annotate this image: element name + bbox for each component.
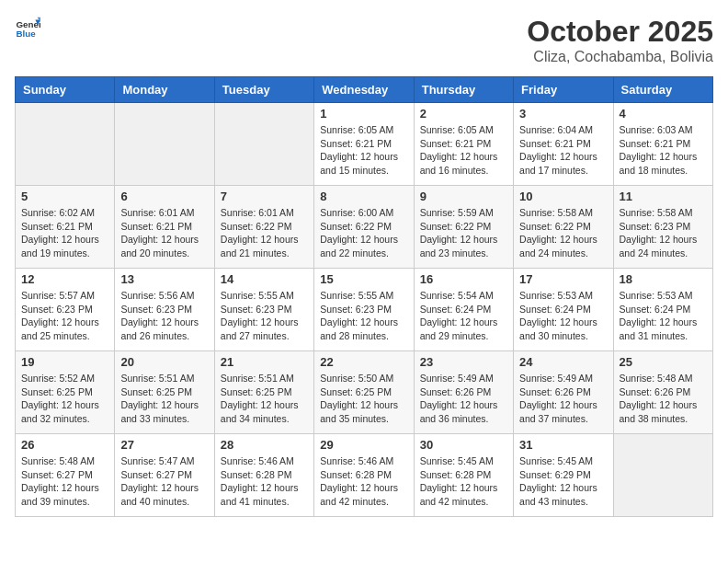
day-number: 30	[420, 438, 507, 452]
calendar-day-cell: 20Sunrise: 5:51 AMSunset: 6:25 PMDayligh…	[115, 351, 214, 434]
day-info: Sunrise: 6:01 AMSunset: 6:22 PMDaylight:…	[221, 206, 308, 260]
day-number: 3	[519, 107, 607, 121]
calendar-day-cell: 5Sunrise: 6:02 AMSunset: 6:21 PMDaylight…	[16, 186, 115, 269]
day-info: Sunrise: 6:00 AMSunset: 6:22 PMDaylight:…	[320, 206, 407, 260]
day-info: Sunrise: 5:59 AMSunset: 6:22 PMDaylight:…	[420, 206, 507, 260]
calendar-day-cell: 2Sunrise: 6:05 AMSunset: 6:21 PMDaylight…	[414, 103, 513, 186]
calendar-day-cell: 10Sunrise: 5:58 AMSunset: 6:22 PMDayligh…	[514, 186, 613, 269]
calendar-week-row: 19Sunrise: 5:52 AMSunset: 6:25 PMDayligh…	[16, 351, 713, 434]
calendar-day-cell: 31Sunrise: 5:45 AMSunset: 6:29 PMDayligh…	[514, 434, 613, 517]
day-info: Sunrise: 6:02 AMSunset: 6:21 PMDaylight:…	[21, 206, 108, 260]
day-info: Sunrise: 5:56 AMSunset: 6:23 PMDaylight:…	[120, 289, 208, 343]
day-number: 15	[320, 272, 407, 286]
weekday-header-friday: Friday	[514, 77, 613, 103]
weekday-header-saturday: Saturday	[613, 77, 712, 103]
day-info: Sunrise: 5:51 AMSunset: 6:25 PMDaylight:…	[221, 372, 308, 426]
calendar-day-cell: 28Sunrise: 5:46 AMSunset: 6:28 PMDayligh…	[214, 434, 313, 517]
day-info: Sunrise: 5:45 AMSunset: 6:28 PMDaylight:…	[420, 454, 507, 509]
weekday-header-thursday: Thursday	[414, 77, 513, 103]
empty-cell	[613, 434, 712, 517]
calendar-week-row: 26Sunrise: 5:48 AMSunset: 6:27 PMDayligh…	[16, 434, 713, 517]
empty-cell	[115, 103, 214, 186]
day-info: Sunrise: 5:55 AMSunset: 6:23 PMDaylight:…	[320, 289, 407, 343]
calendar-day-cell: 8Sunrise: 6:00 AMSunset: 6:22 PMDaylight…	[314, 186, 414, 269]
day-info: Sunrise: 5:53 AMSunset: 6:24 PMDaylight:…	[519, 289, 607, 343]
day-info: Sunrise: 6:05 AMSunset: 6:21 PMDaylight:…	[420, 123, 507, 178]
day-info: Sunrise: 5:55 AMSunset: 6:23 PMDaylight:…	[221, 289, 308, 343]
day-number: 16	[420, 272, 507, 286]
day-number: 25	[620, 355, 707, 369]
calendar-day-cell: 27Sunrise: 5:47 AMSunset: 6:27 PMDayligh…	[115, 434, 214, 517]
calendar-day-cell: 4Sunrise: 6:03 AMSunset: 6:21 PMDaylight…	[613, 103, 712, 186]
day-number: 19	[21, 355, 108, 369]
day-info: Sunrise: 5:51 AMSunset: 6:25 PMDaylight:…	[120, 372, 208, 426]
day-number: 12	[21, 272, 108, 286]
day-number: 29	[320, 438, 407, 452]
day-info: Sunrise: 5:58 AMSunset: 6:22 PMDaylight:…	[519, 206, 607, 260]
calendar-day-cell: 11Sunrise: 5:58 AMSunset: 6:23 PMDayligh…	[613, 186, 712, 269]
logo: General Blue	[15, 15, 40, 40]
calendar-day-cell: 26Sunrise: 5:48 AMSunset: 6:27 PMDayligh…	[16, 434, 115, 517]
day-number: 14	[221, 272, 308, 286]
day-info: Sunrise: 5:47 AMSunset: 6:27 PMDaylight:…	[120, 454, 208, 509]
calendar-day-cell: 1Sunrise: 6:05 AMSunset: 6:21 PMDaylight…	[314, 103, 414, 186]
calendar-day-cell: 17Sunrise: 5:53 AMSunset: 6:24 PMDayligh…	[514, 269, 613, 351]
day-number: 6	[120, 190, 208, 203]
weekday-header-sunday: Sunday	[16, 77, 115, 103]
location-title: Cliza, Cochabamba, Bolivia	[527, 49, 713, 65]
calendar-week-row: 12Sunrise: 5:57 AMSunset: 6:23 PMDayligh…	[16, 269, 713, 351]
day-number: 20	[120, 355, 208, 369]
day-info: Sunrise: 6:05 AMSunset: 6:21 PMDaylight:…	[320, 123, 407, 178]
empty-cell	[214, 103, 313, 186]
day-number: 13	[120, 272, 208, 286]
day-info: Sunrise: 6:04 AMSunset: 6:21 PMDaylight:…	[519, 123, 607, 178]
day-info: Sunrise: 5:48 AMSunset: 6:26 PMDaylight:…	[620, 372, 707, 426]
calendar-day-cell: 19Sunrise: 5:52 AMSunset: 6:25 PMDayligh…	[16, 351, 115, 434]
calendar-day-cell: 15Sunrise: 5:55 AMSunset: 6:23 PMDayligh…	[314, 269, 414, 351]
day-info: Sunrise: 5:53 AMSunset: 6:24 PMDaylight:…	[620, 289, 707, 343]
month-title: October 2025	[527, 15, 713, 49]
day-number: 27	[120, 438, 208, 452]
logo-icon: General Blue	[15, 15, 40, 40]
calendar-day-cell: 9Sunrise: 5:59 AMSunset: 6:22 PMDaylight…	[414, 186, 513, 269]
day-number: 7	[221, 190, 308, 203]
day-info: Sunrise: 5:50 AMSunset: 6:25 PMDaylight:…	[320, 372, 407, 426]
day-number: 2	[420, 107, 507, 121]
calendar-day-cell: 12Sunrise: 5:57 AMSunset: 6:23 PMDayligh…	[16, 269, 115, 351]
day-info: Sunrise: 5:54 AMSunset: 6:24 PMDaylight:…	[420, 289, 507, 343]
empty-cell	[16, 103, 115, 186]
day-info: Sunrise: 5:45 AMSunset: 6:29 PMDaylight:…	[519, 454, 607, 509]
day-info: Sunrise: 5:57 AMSunset: 6:23 PMDaylight:…	[21, 289, 108, 343]
calendar-day-cell: 7Sunrise: 6:01 AMSunset: 6:22 PMDaylight…	[214, 186, 313, 269]
day-number: 1	[320, 107, 407, 121]
day-info: Sunrise: 5:48 AMSunset: 6:27 PMDaylight:…	[21, 454, 108, 509]
calendar-day-cell: 30Sunrise: 5:45 AMSunset: 6:28 PMDayligh…	[414, 434, 513, 517]
calendar-day-cell: 14Sunrise: 5:55 AMSunset: 6:23 PMDayligh…	[214, 269, 313, 351]
day-number: 8	[320, 190, 407, 203]
calendar-day-cell: 29Sunrise: 5:46 AMSunset: 6:28 PMDayligh…	[314, 434, 414, 517]
day-info: Sunrise: 5:49 AMSunset: 6:26 PMDaylight:…	[519, 372, 607, 426]
day-info: Sunrise: 5:58 AMSunset: 6:23 PMDaylight:…	[620, 206, 707, 260]
day-info: Sunrise: 5:46 AMSunset: 6:28 PMDaylight:…	[320, 454, 407, 509]
day-number: 18	[620, 272, 707, 286]
calendar-day-cell: 23Sunrise: 5:49 AMSunset: 6:26 PMDayligh…	[414, 351, 513, 434]
weekday-header-monday: Monday	[115, 77, 214, 103]
calendar-day-cell: 24Sunrise: 5:49 AMSunset: 6:26 PMDayligh…	[514, 351, 613, 434]
day-number: 21	[221, 355, 308, 369]
day-info: Sunrise: 6:01 AMSunset: 6:21 PMDaylight:…	[120, 206, 208, 260]
weekday-header-row: SundayMondayTuesdayWednesdayThursdayFrid…	[16, 77, 713, 103]
day-number: 22	[320, 355, 407, 369]
svg-text:Blue: Blue	[16, 29, 36, 39]
calendar-week-row: 1Sunrise: 6:05 AMSunset: 6:21 PMDaylight…	[16, 103, 713, 186]
day-number: 28	[221, 438, 308, 452]
day-info: Sunrise: 5:52 AMSunset: 6:25 PMDaylight:…	[21, 372, 108, 426]
day-number: 24	[519, 355, 607, 369]
calendar-day-cell: 22Sunrise: 5:50 AMSunset: 6:25 PMDayligh…	[314, 351, 414, 434]
day-number: 11	[620, 190, 707, 203]
calendar-day-cell: 13Sunrise: 5:56 AMSunset: 6:23 PMDayligh…	[115, 269, 214, 351]
day-number: 23	[420, 355, 507, 369]
day-number: 26	[21, 438, 108, 452]
weekday-header-tuesday: Tuesday	[214, 77, 313, 103]
calendar-day-cell: 25Sunrise: 5:48 AMSunset: 6:26 PMDayligh…	[613, 351, 712, 434]
calendar-day-cell: 3Sunrise: 6:04 AMSunset: 6:21 PMDaylight…	[514, 103, 613, 186]
